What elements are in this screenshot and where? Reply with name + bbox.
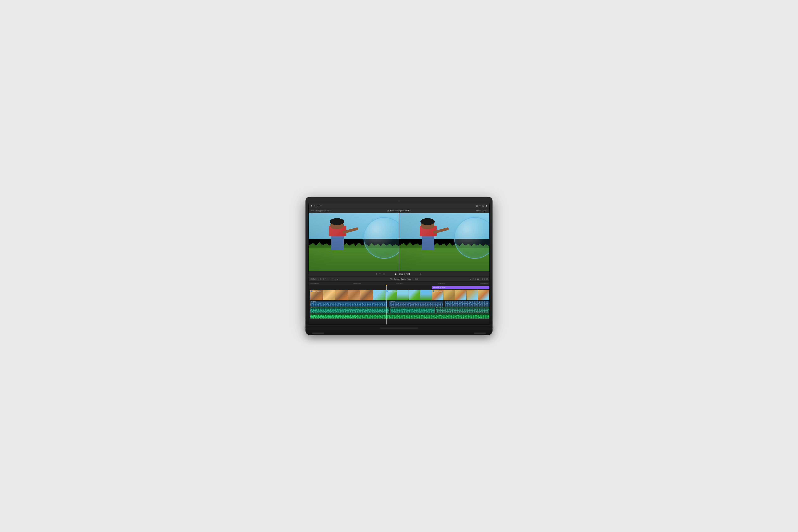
outdoors-clip[interactable]: Outdoors: [390, 307, 435, 313]
on-beach-clip[interactable]: 🔵 On the Beach: [432, 290, 489, 300]
track-container: Summer on the Beach 🔵 Drum Practice: [309, 285, 489, 324]
forward-arrow[interactable]: ❯: [470, 278, 471, 280]
drum-thumb-3: [336, 290, 348, 300]
keychain-icon[interactable]: ⌗: [314, 205, 315, 207]
ocean-surf-clip[interactable]: Ocean Surf: [436, 307, 489, 313]
beach-thumb-3: [455, 290, 467, 300]
share-icon[interactable]: ⬆: [486, 205, 487, 207]
drum-practice-clip[interactable]: 🔵 Drum Practice: [310, 290, 385, 300]
ruler-marks: | 01:02:16:00 01:02:17:00 01:02:18:00 01…: [310, 282, 488, 284]
tc-2: 01:02:17:00: [353, 282, 361, 284]
tc-4: 01:02:19:00: [438, 282, 445, 284]
timeline-toolbar: Index ⊟ ⊠ ≡ ▾ ↖ ❮ This Summer (Spatial V…: [309, 277, 489, 282]
theme-track-label: [309, 313, 310, 319]
back-arrow[interactable]: ❮: [337, 278, 339, 280]
narration-wave-svg-1: [310, 302, 387, 306]
ocean-surf-label: Ocean Surf: [436, 307, 489, 309]
sep-right: [480, 278, 480, 281]
preview-area: [309, 213, 489, 271]
index-button[interactable]: Index: [310, 278, 317, 280]
headphone-icon[interactable]: 🎧: [477, 278, 479, 280]
resolution-text: 3840 x 1080 | 30 fps, Stereo: [311, 210, 331, 212]
cursor-icon[interactable]: ↖: [332, 278, 334, 280]
main-toolbar: ⬇ ⌗ ✓ ↩ ⊞ ≡ ⊟ ⬆: [309, 203, 489, 209]
camera-notch: [398, 200, 400, 202]
narration-label-2: Narration: [389, 301, 443, 302]
narration-clip-3[interactable]: [445, 301, 490, 306]
narration-clip-2[interactable]: Narration: [389, 301, 443, 306]
project-title: This Summer (Spatial Video): [390, 210, 411, 212]
ocean-surf-waveform: [436, 309, 489, 313]
narration-clip-1[interactable]: Narration: [310, 301, 387, 306]
theme-waveform: [310, 315, 489, 319]
connect-icon[interactable]: ⊞: [484, 278, 486, 280]
blowing-bubbles-clip[interactable]: 🔵 Blowing Bubbles: [385, 290, 432, 300]
adjust-icon[interactable]: ⊟: [482, 205, 484, 207]
narration-wave-svg-2: [389, 302, 443, 306]
bubbles-thumb-2: [397, 290, 409, 300]
blowing-bubbles-label: 🔵 Blowing Bubbles: [386, 290, 397, 292]
grid-icon[interactable]: ⊞: [476, 205, 478, 207]
zoom-out-icon[interactable]: ⊖: [475, 278, 476, 280]
timeline-duration: 9:08: [415, 278, 418, 280]
import-icon[interactable]: ⬇: [311, 205, 312, 207]
blade-tool[interactable]: ✂: [379, 273, 381, 275]
drum-thumbnail-strip: [310, 290, 385, 300]
transform-tool[interactable]: ◎: [383, 273, 385, 275]
project-title-area: 🎬 This Summer (Spatial Video): [369, 210, 428, 212]
clip-view-icon[interactable]: ⊟: [320, 278, 322, 280]
timeline-dropdown[interactable]: ▾: [412, 278, 413, 280]
view-button[interactable]: View: [482, 210, 486, 212]
summer-beach-clip[interactable]: Summer on the Beach: [432, 286, 489, 289]
theme-clip[interactable]: Summer Theme: [310, 313, 489, 319]
narration-track-row: Narration Narration: [309, 301, 489, 306]
zoom-in-icon[interactable]: ⊕: [472, 278, 474, 280]
toolbar-sep-3: [335, 278, 336, 281]
narration-track-label: [309, 301, 310, 306]
list-icon[interactable]: ≡: [479, 205, 481, 207]
zoom-dropdown-icon[interactable]: ▾: [480, 210, 481, 212]
tc-3: 01:02:18:00: [396, 282, 403, 284]
timecode-display: 1:02:17:24: [399, 273, 410, 275]
drum-thumb-4: [348, 290, 360, 300]
on-beach-label: 🔵 On the Beach: [433, 290, 442, 292]
bubbles-thumb-4: [420, 290, 432, 300]
clip-view-icon-3[interactable]: ≡: [325, 278, 326, 280]
play-icon[interactable]: ▶: [395, 273, 397, 275]
skimming-icon[interactable]: ⊠: [486, 278, 488, 280]
video-track-row: 🔵 Drum Practice: [309, 290, 489, 300]
drum-practice-label: 🔵 Drum Practice: [311, 290, 321, 292]
preview-right: [399, 213, 489, 271]
timeline-title-area: This Summer (Spatial Video) ▾ 9:08: [340, 278, 468, 280]
timeline-section: Index ⊟ ⊠ ≡ ▾ ↖ ❮ This Summer (Spatial V…: [309, 277, 489, 324]
toolbar-right: ⊞ ≡ ⊟ ⬆: [399, 205, 487, 207]
overlay-left: [309, 213, 399, 271]
fullscreen-icon[interactable]: ⛶: [420, 273, 422, 275]
zoom-level[interactable]: 90%: [476, 210, 480, 212]
video-track-clips: 🔵 Drum Practice: [310, 290, 489, 300]
preview-image-right: [399, 213, 489, 271]
redo-icon[interactable]: ↩: [320, 205, 322, 207]
music-track-clips: Summing Outdoors: [310, 307, 489, 313]
narration-waveform-1: [310, 302, 387, 306]
ocean-wave-svg: [436, 309, 489, 313]
check-icon[interactable]: ✓: [317, 205, 319, 207]
view-dropdown-icon[interactable]: ▾: [487, 210, 487, 212]
summing-clip[interactable]: Summing: [310, 307, 389, 313]
laptop-base: [305, 325, 493, 329]
outdoors-waveform: [390, 309, 435, 313]
metadata-track-clips: Summer on the Beach: [310, 286, 489, 289]
snap-icon[interactable]: ⊟: [482, 278, 483, 280]
bubbles-thumb-3: [409, 290, 420, 300]
info-bar: 3840 x 1080 | 30 fps, Stereo 🎬 This Summ…: [309, 209, 489, 213]
preview-left: [309, 213, 399, 271]
clip-view-icon-2[interactable]: ⊠: [323, 278, 324, 280]
summing-waveform: [310, 309, 389, 313]
beach-thumb-4: [467, 290, 478, 300]
narration-track-clips: Narration Narration: [310, 301, 489, 306]
narration-waveform-3: [445, 301, 490, 306]
outdoors-label: Outdoors: [390, 307, 435, 309]
drum-thumb-6: [373, 290, 385, 300]
tools-icon[interactable]: ⊞: [376, 273, 377, 275]
dropdown-icon[interactable]: ▾: [327, 278, 328, 280]
